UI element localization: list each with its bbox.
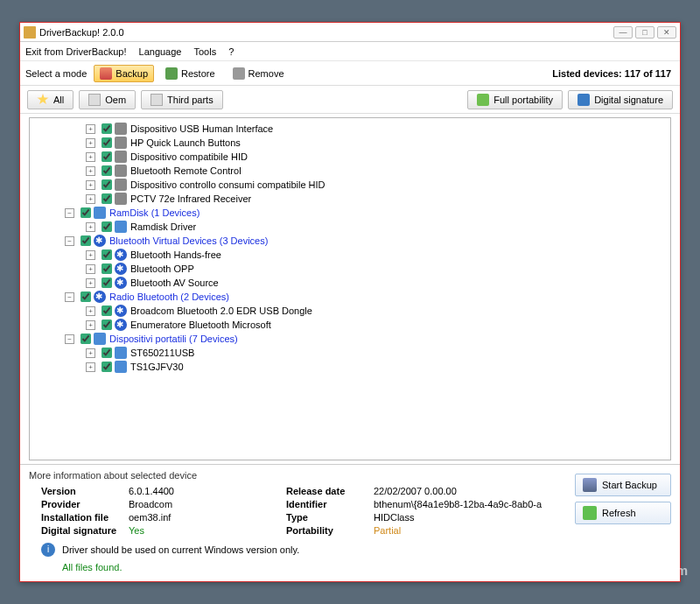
backup-mode-button[interactable]: Backup — [94, 65, 154, 82]
tree-node[interactable]: +Ramdisk Driver — [32, 220, 668, 234]
tree-node[interactable]: +Dispositivo USB Human Interface — [32, 122, 668, 136]
close-button[interactable]: ✕ — [657, 26, 676, 39]
filter-oem-button[interactable]: Oem — [79, 90, 136, 109]
bt-icon — [115, 319, 127, 331]
identifier-value: bthenum\{84a1e9b8-12ba-4a9c-8ab0-a — [374, 499, 566, 509]
provider-value: Broadcom — [129, 499, 286, 509]
device-icon — [115, 151, 127, 163]
tree-node[interactable]: +TS1GJFV30 — [32, 360, 668, 374]
tree-checkbox[interactable] — [102, 179, 112, 190]
disk-icon — [100, 67, 112, 80]
tree-node[interactable]: −RamDisk (1 Devices) — [32, 206, 668, 220]
port-icon — [115, 347, 127, 359]
tree-checkbox[interactable] — [102, 362, 112, 372]
expander-icon[interactable]: + — [86, 124, 95, 134]
tree-node[interactable]: +Bluetooth OPP — [32, 262, 668, 276]
filter-signature-button[interactable]: Digital signature — [568, 90, 673, 109]
filter-all-button[interactable]: All — [27, 90, 74, 109]
expander-icon[interactable]: + — [86, 362, 95, 372]
expander-icon[interactable]: + — [86, 250, 95, 260]
tree-node[interactable]: +HP Quick Launch Buttons — [32, 136, 668, 150]
menubar: Exit from DriverBackup! Language Tools ? — [20, 42, 680, 61]
tree-node[interactable]: +Broadcom Bluetooth 2.0 EDR USB Dongle — [32, 304, 668, 318]
menu-help[interactable]: ? — [228, 46, 234, 57]
tree-checkbox[interactable] — [80, 207, 91, 218]
filter-toolbar: All Oem Third parts Full portability Dig… — [20, 86, 680, 114]
expander-icon[interactable]: + — [86, 306, 95, 316]
tree-checkbox[interactable] — [102, 137, 112, 148]
expander-icon[interactable]: + — [86, 194, 95, 204]
expander-icon[interactable]: + — [86, 348, 95, 358]
tree-checkbox[interactable] — [102, 277, 112, 288]
filter-sign-label: Digital signature — [594, 95, 663, 105]
ram-icon — [115, 221, 127, 233]
tree-checkbox[interactable] — [102, 348, 112, 358]
menu-tools[interactable]: Tools — [193, 46, 216, 57]
tree-checkbox[interactable] — [102, 249, 112, 260]
tree-node-label: Bluetooth Remote Control — [130, 164, 242, 178]
tree-node-label: Dispositivi portatili (7 Devices) — [109, 332, 238, 346]
tree-node[interactable]: −Dispositivi portatili (7 Devices) — [32, 332, 668, 346]
ram-icon — [94, 207, 106, 219]
tree-checkbox[interactable] — [80, 334, 91, 344]
release-value: 22/02/2007 0.00.00 — [374, 486, 566, 496]
tree-checkbox[interactable] — [102, 221, 112, 232]
info-note-text: Driver should be used on current Windows… — [62, 544, 299, 555]
tree-checkbox[interactable] — [102, 320, 112, 330]
tree-node-label: Enumeratore Bluetooth Microsoft — [130, 318, 271, 332]
expander-icon[interactable]: − — [65, 236, 74, 246]
filter-third-button[interactable]: Third parts — [141, 90, 223, 109]
expander-icon[interactable]: + — [86, 152, 95, 162]
remove-mode-button[interactable]: Remove — [227, 65, 290, 82]
provider-label: Provider — [41, 499, 129, 509]
restore-mode-button[interactable]: Restore — [159, 65, 221, 82]
tree-checkbox[interactable] — [80, 235, 91, 246]
remove-mode-label: Remove — [248, 68, 284, 79]
tree-node[interactable]: −Radio Bluetooth (2 Devices) — [32, 290, 668, 304]
refresh-button[interactable]: Refresh — [575, 502, 671, 524]
version-value: 6.0.1.4400 — [129, 486, 286, 496]
tree-node[interactable]: +ST650211USB — [32, 346, 668, 360]
tree-checkbox[interactable] — [80, 291, 91, 302]
tree-node-label: Bluetooth OPP — [130, 262, 194, 276]
tree-node-label: Dispositivo compatibile HID — [130, 150, 248, 164]
tree-checkbox[interactable] — [102, 193, 112, 204]
menu-exit[interactable]: Exit from DriverBackup! — [25, 46, 127, 57]
tree-node[interactable]: +Dispositivo compatibile HID — [32, 150, 668, 164]
expander-icon[interactable]: + — [86, 320, 95, 330]
tree-node[interactable]: +Enumeratore Bluetooth Microsoft — [32, 318, 668, 332]
tree-node[interactable]: −Bluetooth Virtual Devices (3 Devices) — [32, 234, 668, 248]
tree-checkbox[interactable] — [102, 165, 112, 176]
tree-checkbox[interactable] — [102, 151, 112, 162]
expander-icon[interactable]: + — [86, 222, 95, 232]
type-label: Type — [286, 512, 374, 523]
expander-icon[interactable]: + — [86, 264, 95, 274]
expander-icon[interactable]: + — [86, 278, 95, 288]
expander-icon[interactable]: − — [65, 208, 74, 218]
device-icon — [115, 165, 127, 177]
bt-icon — [115, 305, 127, 317]
expander-icon[interactable]: + — [86, 180, 95, 190]
start-backup-button[interactable]: Start Backup — [575, 474, 671, 496]
tree-checkbox[interactable] — [102, 263, 112, 274]
maximize-button[interactable]: □ — [635, 26, 654, 39]
install-label: Installation file — [41, 512, 129, 523]
expander-icon[interactable]: − — [65, 292, 74, 302]
expander-icon[interactable]: + — [86, 166, 95, 176]
port-value: Partial — [374, 525, 566, 536]
tree-node[interactable]: +Dispositivo controllo consumi compatibi… — [32, 178, 668, 192]
tree-checkbox[interactable] — [102, 306, 112, 316]
tree-node[interactable]: +Bluetooth Remote Control — [32, 164, 668, 178]
device-tree[interactable]: +Dispositivo USB Human Interface+HP Quic… — [29, 117, 671, 460]
filter-portability-button[interactable]: Full portability — [467, 90, 563, 109]
tree-node[interactable]: +Bluetooth AV Source — [32, 276, 668, 290]
menu-language[interactable]: Language — [139, 46, 182, 57]
expander-icon[interactable]: − — [65, 334, 74, 344]
tree-checkbox[interactable] — [102, 123, 112, 134]
tree-node[interactable]: +PCTV 72e Infrared Receiver — [32, 192, 668, 206]
tree-node[interactable]: +Bluetooth Hands-free — [32, 248, 668, 262]
expander-icon[interactable]: + — [86, 138, 95, 148]
tree-node-label: Broadcom Bluetooth 2.0 EDR USB Dongle — [130, 304, 312, 318]
minimize-button[interactable]: — — [613, 26, 633, 39]
type-value: HIDClass — [374, 512, 566, 523]
